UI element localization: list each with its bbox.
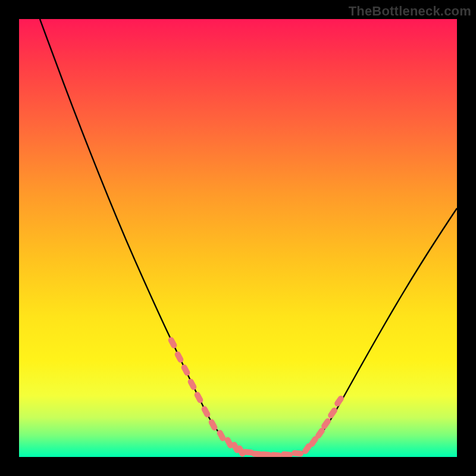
chart-svg — [19, 19, 457, 457]
marker-pill — [187, 378, 198, 391]
marker-group — [167, 336, 345, 457]
marker-pill — [270, 452, 283, 457]
marker-pill — [180, 364, 191, 377]
marker-pill — [167, 336, 178, 349]
outer-frame: TheBottleneck.com — [0, 0, 476, 476]
marker-pill — [174, 350, 184, 364]
curve-left — [40, 19, 245, 452]
watermark-text: TheBottleneck.com — [349, 4, 471, 19]
marker-pill — [201, 405, 211, 418]
plot-area — [19, 19, 457, 457]
curve-right — [305, 208, 457, 452]
marker-pill — [281, 451, 293, 457]
marker-pill — [292, 450, 304, 457]
marker-pill — [193, 391, 204, 404]
